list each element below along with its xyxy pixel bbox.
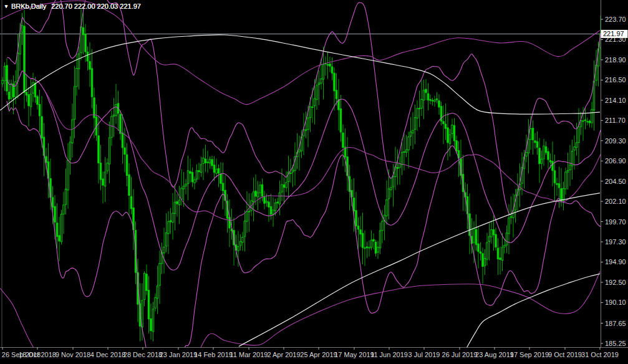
- price-axis-label: 204.50: [605, 178, 626, 185]
- price-axis-label: 190.10: [605, 299, 626, 306]
- date-axis-label: 11 Jun 2019: [370, 351, 408, 358]
- current-price-label: 221.97: [603, 30, 624, 37]
- date-axis-label: 17 Sep 2019: [510, 351, 549, 358]
- date-axis-label: 26 Jul 2019: [442, 351, 478, 358]
- symbol-dropdown-icon[interactable]: ▼: [4, 4, 9, 9]
- price-axis-label: 216.50: [605, 76, 626, 84]
- date-axis-label: 3 Jul 2019: [408, 351, 440, 358]
- date-axis-label: 23 Jan 2019: [160, 351, 198, 358]
- ohlc-readout: 220.70 222.00 220.03 221.97: [51, 2, 141, 10]
- chart-title-overlay: ▼BRKb,Daily220.70 222.00 220.03 221.97: [4, 2, 141, 10]
- date-axis-label: 2 Apr 2019: [267, 351, 300, 358]
- price-axis-label: 223.70: [605, 16, 626, 23]
- candlestick-chart[interactable]: 223.70221.30218.90216.50214.10211.70209.…: [0, 0, 628, 364]
- chart-window: 223.70221.30218.90216.50214.10211.70209.…: [0, 0, 628, 364]
- date-axis-label: 9 Oct 2019: [548, 351, 582, 358]
- price-axis-label: 218.90: [605, 56, 626, 64]
- date-axis-label: 31 Oct 2019: [581, 351, 619, 358]
- chart-background: [0, 0, 628, 364]
- date-axis-label: 28 Dec 2018: [123, 351, 162, 358]
- date-axis-label: 25 Apr 2019: [300, 351, 337, 358]
- price-axis-label: 206.90: [605, 157, 626, 165]
- date-axis-label: 18 Oct 2018: [19, 351, 56, 358]
- price-axis-label: 211.70: [605, 117, 626, 124]
- symbol-period-label: BRKb,Daily: [11, 2, 46, 10]
- price-axis-label: 214.10: [605, 97, 626, 104]
- date-axis-label: 9 Nov 2018: [56, 351, 90, 358]
- date-axis-label: 23 Aug 2019: [475, 351, 514, 358]
- price-axis-label: 197.30: [605, 238, 626, 246]
- price-axis-label: 202.10: [605, 198, 626, 205]
- price-axis-label: 187.65: [605, 320, 626, 327]
- price-axis-label: 194.90: [605, 258, 626, 266]
- price-axis[interactable]: 223.70221.30218.90216.50214.10211.70209.…: [601, 0, 628, 347]
- date-axis-label: 17 May 2019: [334, 351, 374, 358]
- date-axis-label: 14 Feb 2019: [194, 351, 233, 358]
- price-axis-label: 199.70: [605, 218, 626, 226]
- date-axis-label: 11 Mar 2019: [230, 351, 268, 358]
- price-axis-label: 185.25: [605, 340, 626, 347]
- date-axis-label: 4 Dec 2018: [90, 351, 125, 358]
- price-axis-label: 209.30: [605, 137, 626, 145]
- time-axis[interactable]: 26 Sep 201818 Oct 20189 Nov 20184 Dec 20…: [0, 347, 628, 364]
- price-axis-label: 192.50: [605, 279, 626, 286]
